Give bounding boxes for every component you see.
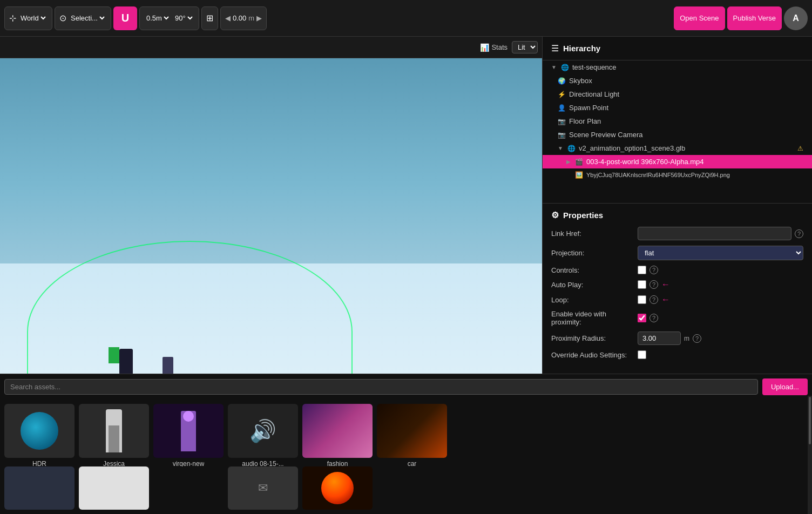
asset-row2-3[interactable]	[153, 466, 224, 510]
tree-item-v2-animation[interactable]: ▼ 🌐 v2_animation_option1_scene3.glb ⚠	[543, 141, 812, 155]
stats-button[interactable]: 📊 Stats	[480, 43, 508, 52]
spawn-icon: 👤	[558, 104, 566, 112]
asset-row2-2[interactable]	[79, 466, 149, 510]
asset-label-fashion: fashion	[327, 460, 348, 466]
enable-video-help[interactable]: ?	[649, 314, 658, 322]
pos-right-btn[interactable]: ▶	[256, 14, 262, 22]
autoplay-checkbox[interactable]	[638, 280, 646, 289]
controls-help[interactable]: ?	[649, 266, 658, 274]
u-button[interactable]: U	[113, 6, 137, 30]
tree-label-video-file: 003-4-post-world 396x760-Alpha.mp4	[586, 158, 704, 166]
tree-label-png-file: YbyjCJuq78UAKnlscnrlRu6HNF569UxcPnyZQi9H…	[586, 172, 730, 178]
autoplay-help[interactable]: ?	[649, 280, 658, 289]
tree-item-skybox[interactable]: 🌍 Skybox	[543, 74, 812, 87]
coordinate-system-group: ⊹ World	[4, 6, 52, 30]
upload-button[interactable]: Upload...	[762, 378, 808, 395]
coordinate-system-select[interactable]: World	[18, 13, 48, 23]
position-unit: m	[248, 14, 254, 22]
override-audio-control	[638, 350, 803, 359]
link-href-control: ?	[638, 227, 803, 240]
assets-row2: ✉	[0, 466, 812, 514]
position-x-value: 0.00	[233, 14, 246, 22]
warning-icon: ⚠	[797, 145, 803, 152]
proximity-radius-help[interactable]: ?	[693, 334, 701, 343]
asset-row2-5[interactable]	[302, 466, 373, 510]
override-audio-label: Override Audio Settings:	[551, 351, 638, 359]
asset-row2-1[interactable]	[4, 466, 75, 510]
publish-verse-button[interactable]: Publish Verse	[727, 6, 782, 30]
tree-item-spawn-point[interactable]: 👤 Spawn Point	[543, 101, 812, 114]
grid-button[interactable]: ⊞	[206, 13, 213, 23]
loop-help[interactable]: ?	[649, 295, 658, 304]
tree-label-v2-animation: v2_animation_option1_scene3.glb	[579, 144, 685, 152]
tree-item-scene-preview-camera[interactable]: 📷 Scene Preview Camera	[543, 128, 812, 141]
enable-video-checkbox[interactable]	[638, 314, 646, 322]
selection-mode-select[interactable]: Selecti...	[69, 13, 106, 23]
tree-item-floor-plan[interactable]: 📷 Floor Plan	[543, 114, 812, 128]
scrollbar-track	[808, 396, 812, 514]
autoplay-arrow: ←	[661, 280, 670, 289]
link-href-input[interactable]	[638, 227, 791, 240]
prop-row-proximity-radius: Proximity Radius: m ?	[551, 332, 803, 345]
proximity-radius-label: Proximity Radius:	[551, 334, 638, 342]
green-arrow	[109, 347, 119, 363]
override-audio-checkbox[interactable]	[638, 350, 646, 359]
link-href-help[interactable]: ?	[795, 229, 803, 238]
proximity-radius-input[interactable]	[638, 332, 681, 345]
prop-row-autoplay: Auto Play: ? ←	[551, 280, 803, 289]
asset-item-jessica[interactable]: Jessica	[79, 404, 149, 466]
projection-label: Projection:	[551, 249, 638, 257]
controls-checkbox[interactable]	[638, 266, 646, 274]
avatar-button[interactable]: A	[784, 6, 808, 30]
prop-row-enable-video: Enable video with proximity: ?	[551, 310, 803, 326]
chevron-icon-v2: ▼	[558, 145, 563, 151]
open-scene-button[interactable]: Open Scene	[674, 6, 725, 30]
tree-item-png-file[interactable]: 🖼️ YbyjCJuq78UAKnlscnrlRu6HNF569UxcPnyZQ…	[543, 168, 812, 181]
angle-select[interactable]: 90°	[173, 13, 194, 23]
viewport-column: 📊 Stats Lit	[0, 37, 542, 514]
autoplay-label: Auto Play:	[551, 281, 638, 289]
asset-item-virgen-new[interactable]: virgen-new	[153, 404, 224, 466]
loop-checkbox[interactable]	[638, 295, 646, 304]
assets-header: Upload...	[0, 374, 812, 400]
light-icon: ⚡	[558, 91, 566, 98]
video-icon: 🎬	[575, 158, 583, 166]
scrollbar-thumb[interactable]	[809, 397, 811, 444]
prop-row-override-audio: Override Audio Settings:	[551, 350, 803, 359]
proximity-radius-control: m ?	[638, 332, 803, 345]
loop-label: Loop:	[551, 296, 638, 304]
asset-row2-4[interactable]: ✉	[228, 466, 298, 510]
glb-icon: 🌐	[567, 145, 576, 152]
asset-thumb-hdr	[4, 404, 75, 458]
tree-item-video-file[interactable]: ▶ 🎬 003-4-post-world 396x760-Alpha.mp4	[543, 155, 812, 168]
proximity-radius-unit: m	[684, 335, 689, 342]
tree-label-scene-preview-camera: Scene Preview Camera	[569, 131, 643, 139]
controls-label: Controls:	[551, 266, 638, 274]
asset-item-car[interactable]: car	[377, 404, 447, 466]
asset-item-fashion[interactable]: fashion	[302, 404, 373, 466]
selection-mode-group: ⊙ Selecti...	[55, 6, 111, 30]
asset-item-audio[interactable]: 🔊 audio 08-15-...	[228, 404, 298, 466]
search-assets-input[interactable]	[4, 379, 758, 395]
lit-select[interactable]: Lit	[512, 41, 538, 53]
tree-item-directional-light[interactable]: ⚡ Directional Light	[543, 87, 812, 101]
pos-left-btn[interactable]: ◀	[225, 14, 231, 22]
asset-label-audio: audio 08-15-...	[242, 460, 283, 466]
asset-item-hdr[interactable]: HDR	[4, 404, 75, 466]
properties-section: ⚙ Properties Link Href: ? Projection: fl…	[543, 203, 812, 371]
tree-label-directional-light: Directional Light	[569, 90, 619, 98]
assets-grid: HDR Jessica	[0, 400, 812, 466]
projection-select[interactable]: flat 360 180	[638, 246, 803, 260]
step-size-select[interactable]: 0.5m	[144, 13, 171, 23]
floor-plan-icon: 📷	[558, 118, 566, 125]
tree-label-spawn-point: Spawn Point	[569, 104, 608, 112]
asset-label-jessica: Jessica	[103, 460, 125, 466]
hierarchy-title: Hierarchy	[563, 44, 600, 53]
tree-label-test-sequence: test-sequence	[572, 63, 617, 71]
asset-label-hdr: HDR	[32, 460, 46, 466]
chevron-icon: ▼	[551, 64, 557, 70]
tree-item-test-sequence[interactable]: ▼ 🌐 test-sequence	[543, 60, 812, 74]
prop-row-loop: Loop: ? ←	[551, 295, 803, 305]
toolbar: ⊹ World ⊙ Selecti... U 0.5m 90° ⊞ ◀ 0.00…	[0, 0, 812, 37]
properties-title: ⚙ Properties	[551, 210, 803, 220]
